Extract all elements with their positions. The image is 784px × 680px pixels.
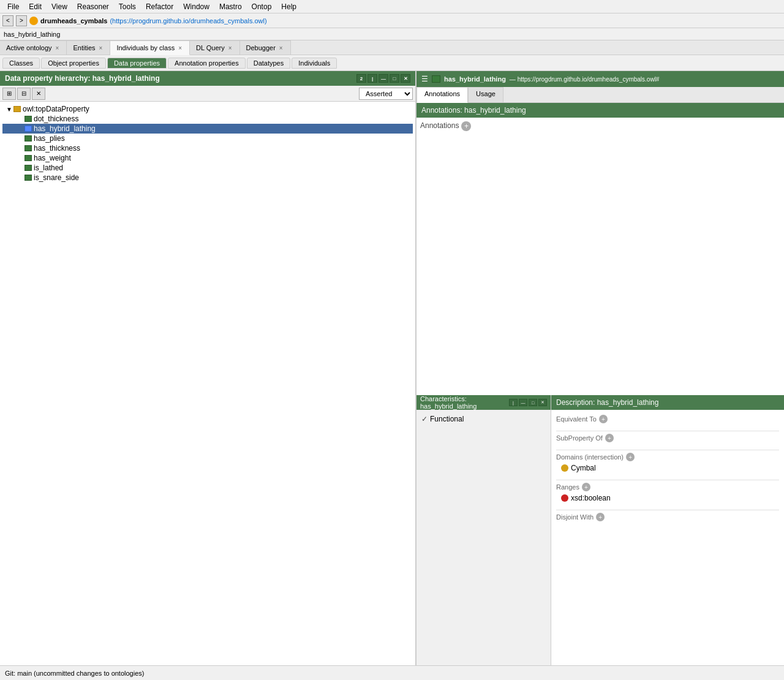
- characteristics-header-text: Characteristics: has_hybrid_lathing: [420, 395, 509, 410]
- disjoint-with-label: Disjoint With +: [556, 513, 779, 521]
- sub-tab-object-properties[interactable]: Object properties: [41, 58, 106, 69]
- hamburger-icon[interactable]: ☰: [421, 75, 428, 83]
- tree-item-is-snare-side[interactable]: is_snare_side: [2, 173, 413, 183]
- panel-icon-4[interactable]: □: [390, 74, 399, 83]
- expand-all-button[interactable]: ⊞: [2, 88, 16, 100]
- menu-file[interactable]: File: [2, 1, 24, 12]
- tab-entities[interactable]: Entities ×: [67, 40, 110, 55]
- functional-label: Functional: [430, 415, 464, 423]
- menu-tools[interactable]: Tools: [114, 1, 141, 12]
- sub-tab-datatypes[interactable]: Datatypes: [247, 58, 291, 69]
- char-header-icons: | — □ ✕: [509, 399, 547, 406]
- breadcrumb: has_hybrid_lathing: [0, 28, 784, 40]
- tree-tool-left: ⊞ ⊟ ✕: [2, 88, 47, 100]
- desc-section-subproperty-of: SubProperty Of +: [556, 434, 779, 442]
- sub-tab-classes[interactable]: Classes: [2, 58, 40, 69]
- forward-button[interactable]: >: [16, 15, 27, 26]
- tab-dl-query-close[interactable]: ×: [227, 45, 233, 51]
- equivalent-to-add-button[interactable]: +: [599, 415, 608, 423]
- desc-section-disjoint-with: Disjoint With +: [556, 513, 779, 521]
- tree-item-has-weight[interactable]: has_weight: [2, 153, 413, 163]
- sub-tabs: Classes Object properties Data propertie…: [0, 55, 784, 71]
- tab-dl-query[interactable]: DL Query ×: [190, 40, 240, 55]
- ontology-url: (https://progdrum.github.io/drumheads_cy…: [110, 17, 266, 25]
- url-field: drumheads_cymbals (https://progdrum.gith…: [29, 17, 782, 25]
- right-top-bar: ☰ has_hybrid_lathing — https://progdrum.…: [417, 71, 784, 87]
- menu-ontop[interactable]: Ontop: [247, 1, 277, 12]
- tab-active-ontology-label: Active ontology: [6, 44, 52, 51]
- tab-active-ontology-close[interactable]: ×: [55, 45, 61, 51]
- domains-add-button[interactable]: +: [626, 453, 635, 461]
- ranges-value-boolean: xsd:boolean: [561, 494, 779, 502]
- breadcrumb-text: has_hybrid_lathing: [4, 31, 60, 38]
- tab-individuals-by-class-close[interactable]: ×: [177, 45, 183, 51]
- tab-active-ontology[interactable]: Active ontology ×: [0, 40, 67, 55]
- asserted-dropdown[interactable]: Asserted: [359, 88, 413, 100]
- tab-debugger[interactable]: Debugger ×: [240, 40, 291, 55]
- tab-individuals-by-class[interactable]: Individuals by class ×: [110, 40, 190, 55]
- annotations-add-button[interactable]: +: [461, 121, 471, 131]
- tree-label-dt: dot_thickness: [34, 115, 78, 123]
- cymbal-label: Cymbal: [571, 464, 596, 472]
- tree-item-has-hybrid-lathing[interactable]: has_hybrid_lathing: [2, 124, 413, 134]
- panel-icon-3[interactable]: —: [379, 74, 388, 83]
- main-content: Data property hierarchy: has_hybrid_lath…: [0, 71, 784, 665]
- menu-help[interactable]: Help: [276, 1, 301, 12]
- menu-window[interactable]: Window: [178, 1, 214, 12]
- menu-view[interactable]: View: [47, 1, 72, 12]
- tree-item-has-thickness[interactable]: has_thickness: [2, 143, 413, 153]
- tab-entities-close[interactable]: ×: [98, 45, 104, 51]
- prop-icon-dt: [24, 116, 32, 122]
- subproperty-of-add-button[interactable]: +: [605, 434, 614, 442]
- tree-item-dot-thickness[interactable]: dot_thickness: [2, 114, 413, 124]
- menu-edit[interactable]: Edit: [24, 1, 47, 12]
- left-panel-title: Data property hierarchy: has_hybrid_lath…: [5, 74, 160, 83]
- tree-label-iss: is_snare_side: [34, 173, 79, 182]
- sub-tab-individuals[interactable]: Individuals: [292, 58, 337, 69]
- characteristics-header: Characteristics: has_hybrid_lathing | — …: [417, 395, 551, 410]
- tab-debugger-close[interactable]: ×: [278, 45, 284, 51]
- description-header: Description: has_hybrid_lathing: [551, 395, 784, 410]
- right-tab-usage[interactable]: Usage: [468, 87, 503, 102]
- menu-refactor[interactable]: Refactor: [141, 1, 178, 12]
- delete-button[interactable]: ✕: [32, 88, 45, 100]
- tab-debugger-label: Debugger: [246, 44, 276, 51]
- tree-arrow-root[interactable]: ▼: [6, 106, 13, 113]
- tree-item-has-plies[interactable]: has_plies: [2, 134, 413, 143]
- tab-individuals-by-class-label: Individuals by class: [116, 44, 175, 51]
- panel-icon-1[interactable]: 2: [356, 74, 366, 83]
- collapse-all-button[interactable]: ⊟: [17, 88, 31, 100]
- root-prop-icon: [13, 106, 21, 112]
- sub-tab-annotation-properties[interactable]: Annotation properties: [168, 58, 246, 69]
- boolean-dot: [561, 494, 568, 502]
- ranges-add-button[interactable]: +: [582, 483, 590, 491]
- description-content: Equivalent To + SubProperty Of +: [551, 410, 784, 665]
- disjoint-with-add-button[interactable]: +: [596, 513, 605, 521]
- panel-header-icons: 2 | — □ ✕: [356, 74, 410, 83]
- char-icon-4[interactable]: ✕: [538, 399, 547, 406]
- panel-icon-2[interactable]: |: [368, 74, 377, 83]
- menu-mastro[interactable]: Mastro: [214, 1, 247, 12]
- char-icon-2[interactable]: —: [519, 399, 527, 406]
- tree-label-hhl: has_hybrid_lathing: [34, 124, 96, 133]
- status-text: Git: main (uncommitted changes to ontolo…: [5, 670, 144, 677]
- right-tab-annotations[interactable]: Annotations: [417, 87, 468, 103]
- prop-icon-hw: [24, 155, 32, 161]
- sub-tab-data-properties[interactable]: Data properties: [107, 58, 167, 69]
- char-icon-1[interactable]: |: [509, 399, 518, 406]
- menu-reasoner[interactable]: Reasoner: [72, 1, 114, 12]
- sep-3: [556, 480, 779, 480]
- back-button[interactable]: <: [2, 15, 13, 26]
- char-content: ✓ Functional: [417, 410, 551, 665]
- subproperty-of-label: SubProperty Of +: [556, 434, 779, 442]
- tree-item-root[interactable]: ▼ owl:topDataProperty: [2, 104, 413, 114]
- panel-icon-5[interactable]: ✕: [401, 74, 410, 83]
- prop-icon-iss: [24, 175, 32, 181]
- desc-section-ranges: Ranges + xsd:boolean: [556, 483, 779, 502]
- tree-label-root: owl:topDataProperty: [23, 105, 89, 113]
- right-bottom: Characteristics: has_hybrid_lathing | — …: [417, 395, 784, 665]
- tab-dl-query-label: DL Query: [196, 44, 225, 51]
- prop-icon-hhl: [24, 126, 32, 132]
- tree-item-is-lathed[interactable]: is_lathed: [2, 163, 413, 173]
- char-icon-3[interactable]: □: [529, 399, 537, 406]
